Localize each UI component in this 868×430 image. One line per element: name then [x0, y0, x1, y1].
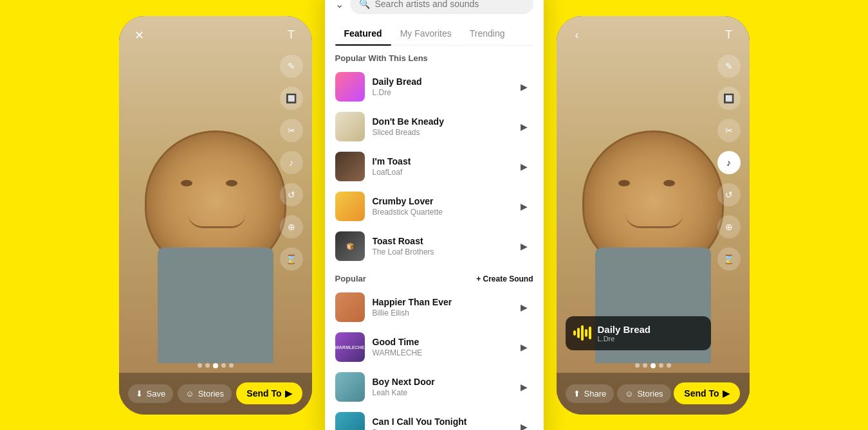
play-dont-kneady[interactable]: ▶ [515, 118, 533, 136]
left-phone: ✕ T ✎ 🔲 ✂ ♪ ↺ ⊕ ⌛ [119, 16, 312, 415]
scissors-icon-right[interactable]: ✂ [717, 119, 741, 142]
play-crumby[interactable]: ▶ [515, 197, 533, 215]
send-to-button-right[interactable]: Send To ▶ [674, 382, 740, 404]
sticker-icon-right[interactable]: 🔲 [717, 87, 741, 110]
play-good-time[interactable]: ▶ [515, 338, 533, 356]
track-artist-toast-roast: The Loaf Brothers [373, 247, 508, 256]
track-thumb-call-tonight [335, 412, 365, 430]
popular-label: Popular [335, 274, 366, 283]
dots-left [119, 363, 312, 368]
tab-featured[interactable]: Featured [335, 22, 391, 45]
dot-2-right [643, 363, 647, 368]
track-name-crumby: Crumby Lover [373, 196, 508, 206]
link-icon-left[interactable]: ⊕ [280, 215, 303, 238]
search-input[interactable] [375, 0, 524, 9]
music-overlay-title: Daily Bread [598, 324, 703, 335]
track-happier[interactable]: Happier Than Ever Billie Eilish ▶ [325, 287, 544, 327]
share-button-right[interactable]: ⬆ Share [566, 384, 614, 403]
search-icon: 🔍 [359, 0, 370, 9]
track-artist-daily-bread: L.Dre [373, 88, 508, 97]
create-sound-button[interactable]: + Create Sound [476, 274, 533, 283]
track-artist-good-time: WARMLECHE [373, 348, 508, 357]
music-icon-left[interactable]: ♪ [280, 151, 303, 174]
chevron-down-icon[interactable]: ⌄ [335, 0, 344, 10]
send-to-label-right: Send To [684, 388, 719, 399]
right-bottombar: ⬆ Share ☺ Stories Send To ▶ [557, 373, 750, 415]
dot-1-right [635, 363, 640, 368]
play-toast[interactable]: ▶ [515, 157, 533, 175]
pencil-icon-left[interactable]: ✎ [280, 55, 303, 78]
music-info-overlay: Daily Bread L.Dre [598, 324, 703, 343]
search-bar[interactable]: 🔍 [350, 0, 533, 14]
share-label-right: Share [584, 389, 607, 399]
scene: ✕ T ✎ 🔲 ✂ ♪ ↺ ⊕ ⌛ [0, 0, 868, 430]
track-thumb-good-time: WARMLECHE [335, 332, 365, 362]
track-thumb-toast [335, 152, 365, 181]
track-info-boy-next-door: Boy Next Door Leah Kate [373, 377, 508, 397]
stories-icon-left: ☺ [185, 389, 194, 399]
send-to-button-left[interactable]: Send To ▶ [236, 382, 302, 404]
send-to-label-left: Send To [246, 388, 281, 399]
track-name-call-tonight: Can I Call You Tonight [373, 417, 508, 427]
wave-bar-4 [585, 329, 587, 337]
track-call-tonight[interactable]: Can I Call You Tonight Dayglow ▶ [325, 407, 544, 430]
left-phone-screen: ✕ T ✎ 🔲 ✂ ♪ ↺ ⊕ ⌛ [119, 16, 312, 415]
link-icon-right[interactable]: ⊕ [717, 215, 741, 238]
play-daily-bread[interactable]: ▶ [515, 78, 533, 96]
panel-body: Popular With This Lens Daily Bread L.Dre… [325, 46, 544, 430]
back-button-right[interactable]: ‹ [567, 25, 587, 46]
track-info-daily-bread: Daily Bread L.Dre [373, 76, 508, 97]
tab-favorites[interactable]: My Favorites [391, 22, 461, 45]
track-thumb-happier [335, 292, 365, 322]
save-button-left[interactable]: ⬇ Save [128, 384, 174, 403]
play-toast-roast[interactable]: ▶ [515, 237, 533, 255]
track-thumb-dont-kneady [335, 112, 365, 141]
clock-icon-left[interactable]: ⌛ [280, 247, 303, 271]
close-button-left[interactable]: ✕ [129, 25, 150, 46]
pencil-icon-right[interactable]: ✎ [717, 55, 741, 78]
timer-icon-left[interactable]: ↺ [280, 183, 303, 206]
track-good-time[interactable]: WARMLECHE Good Time WARMLECHE ▶ [325, 327, 544, 367]
stories-button-right[interactable]: ☺ Stories [617, 384, 671, 403]
track-info-crumby: Crumby Lover Breadstick Quartette [373, 196, 508, 217]
play-call-tonight[interactable]: ▶ [515, 418, 533, 430]
track-artist-toast: LoafLoaf [373, 168, 508, 177]
sticker-icon-left[interactable]: 🔲 [280, 87, 303, 110]
track-name-boy-next-door: Boy Next Door [373, 377, 508, 387]
dot-4-right [667, 363, 671, 368]
music-overlay[interactable]: Daily Bread L.Dre [566, 316, 711, 350]
track-daily-bread[interactable]: Daily Bread L.Dre ▶ [325, 67, 544, 107]
play-boy-next-door[interactable]: ▶ [515, 378, 533, 396]
save-label-left: Save [147, 389, 166, 399]
panel-tabs: Featured My Favorites Trending [335, 22, 533, 46]
play-happier[interactable]: ▶ [515, 298, 533, 316]
track-info-happier: Happier Than Ever Billie Eilish [373, 297, 508, 318]
text-tool-left[interactable]: T [281, 25, 302, 46]
text-tool-right[interactable]: T [719, 25, 739, 46]
track-artist-boy-next-door: Leah Kate [373, 388, 508, 397]
popular-header: Popular + Create Sound [325, 266, 544, 287]
music-waveform [573, 325, 591, 341]
music-icon-right[interactable]: ♪ [717, 151, 741, 174]
track-info-call-tonight: Can I Call You Tonight Dayglow [373, 417, 508, 430]
dot-1-left [198, 363, 202, 368]
tab-trending[interactable]: Trending [461, 22, 514, 45]
stories-label-right: Stories [637, 389, 663, 399]
stories-button-left[interactable]: ☺ Stories [178, 384, 232, 403]
track-dont-kneady[interactable]: Don't Be Kneady Sliced Breads ▶ [325, 107, 544, 147]
track-toast-roast[interactable]: 🍞 Toast Roast The Loaf Brothers ▶ [325, 226, 544, 266]
track-crumby-lover[interactable]: Crumby Lover Breadstick Quartette ▶ [325, 186, 544, 226]
track-artist-dont-kneady: Sliced Breads [373, 128, 508, 137]
track-boy-next-door[interactable]: Boy Next Door Leah Kate ▶ [325, 367, 544, 407]
timer-icon-right[interactable]: ↺ [717, 183, 741, 206]
track-im-toast[interactable]: I'm Toast LoafLoaf ▶ [325, 147, 544, 186]
stories-icon-right: ☺ [625, 389, 633, 399]
dots-right [557, 363, 750, 368]
right-phone: ‹ T ✎ 🔲 ✂ ♪ ↺ ⊕ ⌛ [557, 16, 750, 415]
track-info-toast-roast: Toast Roast The Loaf Brothers [373, 236, 508, 256]
scissors-icon-left[interactable]: ✂ [280, 119, 303, 142]
clock-icon-right[interactable]: ⌛ [717, 247, 741, 271]
wave-bar-3 [581, 325, 584, 341]
wave-bar-2 [577, 328, 580, 338]
track-name-toast: I'm Toast [373, 156, 508, 166]
